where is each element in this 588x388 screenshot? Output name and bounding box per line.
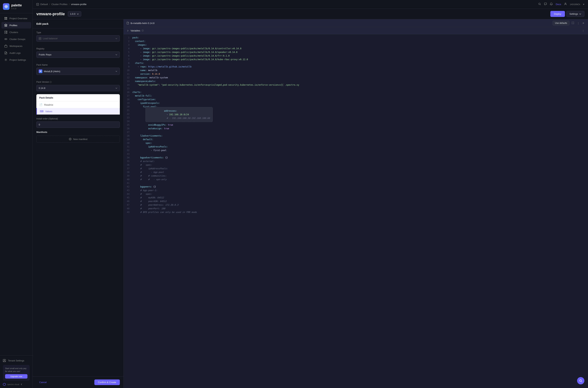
svg-point-8 xyxy=(6,31,7,32)
pack-version-input[interactable]: 0.14.8 xyxy=(36,85,120,91)
info-icon: ⓘ xyxy=(50,81,52,83)
svg-point-13 xyxy=(5,59,6,60)
topbar: Default / Cluster Profiles / vmware-prof… xyxy=(33,0,588,9)
chevron-right-icon[interactable] xyxy=(127,29,129,32)
code-line-45: 45 # myASN: 64512 xyxy=(124,196,588,199)
search-topbar-button[interactable] xyxy=(538,2,541,6)
sidebar-label-clusters: Clusters xyxy=(9,31,18,34)
spectro-cloud-icon xyxy=(3,383,6,386)
registry-value: Public Repo xyxy=(39,53,51,56)
tenant-icon xyxy=(3,359,6,362)
code-line-3: 3 images: xyxy=(124,43,588,47)
version-value: 1.0.0 xyxy=(70,13,75,15)
code-line-17: 17 metallb-full: xyxy=(124,94,588,98)
breadcrumb-cluster-profiles[interactable]: Cluster Profiles xyxy=(51,3,68,6)
topbar-actions: Docs 143/100tCh ▾ xyxy=(538,2,584,6)
settings-icon xyxy=(4,58,7,61)
main-content: Default / Cluster Profiles / vmware-prof… xyxy=(33,0,588,388)
code-variables: Variables ⓘ ⋮ xyxy=(124,27,588,34)
chat-button[interactable] xyxy=(544,2,547,6)
content-area: Edit pack Type Load balancer Registry xyxy=(33,19,588,388)
sidebar-item-tenant-settings[interactable]: Tenant Settings xyxy=(3,358,30,364)
registry-label: Registry xyxy=(36,48,120,50)
sidebar-label-cluster-groups: Cluster Groups xyxy=(9,38,25,41)
plus-circle-icon xyxy=(69,138,72,141)
floating-search-button[interactable] xyxy=(577,377,584,384)
deploy-button[interactable]: Deploy xyxy=(550,11,565,17)
upgrade-button[interactable]: Upgrade now xyxy=(5,374,27,379)
sidebar-label-project-overview: Project Overview xyxy=(9,17,27,20)
settings-button[interactable]: Settings xyxy=(566,11,584,17)
briefcase-icon xyxy=(4,45,7,48)
left-panel: Edit pack Type Load balancer Registry xyxy=(33,19,124,388)
sidebar-item-project-settings[interactable]: Project Settings xyxy=(1,57,31,63)
sidebar-item-cluster-groups[interactable]: Cluster Groups xyxy=(1,36,31,42)
close-button[interactable]: ✕ xyxy=(582,21,585,25)
code-line-27: 27 xyxy=(124,130,588,134)
code-line-6: 6 - image: gcr.io/spectro-images-public/… xyxy=(124,54,588,58)
manifests-label: Manifests xyxy=(36,131,120,133)
collapse-icon[interactable] xyxy=(21,383,23,386)
svg-point-22 xyxy=(580,380,582,382)
expand-button[interactable] xyxy=(571,21,575,25)
tooltip-line-1: addresses: xyxy=(148,109,210,113)
sidebar-label-profiles: Profiles xyxy=(9,24,17,27)
pack-version-label-text: Pack Version xyxy=(36,81,49,83)
user-menu-button[interactable] xyxy=(564,2,567,6)
code-line-12: 12 namespace: metallb-system xyxy=(124,76,588,79)
address-tooltip: addresses: - 192.168.10.0/24 # - 192.168… xyxy=(145,107,213,122)
docs-link[interactable]: Docs xyxy=(556,3,561,6)
registry-section: Registry Public Repo xyxy=(33,45,123,61)
confirm-create-button[interactable]: Confirm & Create xyxy=(94,379,120,385)
svg-rect-12 xyxy=(4,46,7,47)
new-manifest-button[interactable]: New manifest xyxy=(36,136,120,143)
pack-details-section: Pack Details 📄 Readme ⌨ Values xyxy=(36,94,120,115)
code-panel: lb-metallib-helm 0.14.8 Use defaults ⋮ ✕… xyxy=(124,19,588,388)
search-float-icon xyxy=(579,379,582,382)
cancel-button[interactable]: Cancel xyxy=(36,379,49,385)
install-order-label: Install order (Optional) xyxy=(36,118,120,120)
breadcrumb-default[interactable]: Default xyxy=(40,3,48,6)
type-section: Type Load balancer xyxy=(33,28,123,45)
sidebar-item-audit-logs[interactable]: Audit Logs xyxy=(1,50,31,56)
code-line-7: 7 - image: gcr.io/spectro-images-public/… xyxy=(124,58,588,61)
panel-header: Edit pack xyxy=(33,19,123,28)
code-line-47: 47 # peerAddress: 172.30.0.3 xyxy=(124,203,588,207)
type-select[interactable]: Load balancer xyxy=(36,35,120,42)
notification-button[interactable] xyxy=(550,2,553,6)
pack-details-header: Pack Details xyxy=(36,94,120,101)
registry-select[interactable]: Public Repo xyxy=(36,51,120,58)
dropdown-button[interactable]: ▾ xyxy=(583,3,584,6)
sidebar: palette 4.4.19 Project Overview Profiles… xyxy=(0,0,33,388)
variables-label: Variables xyxy=(131,29,140,32)
breadcrumb-current: vmware-profile xyxy=(71,3,87,6)
sidebar-item-clusters[interactable]: Clusters xyxy=(1,29,31,35)
pack-name-select[interactable]: M MetalLB (Helm) xyxy=(36,68,120,75)
values-item[interactable]: ⌨ Values xyxy=(36,108,120,115)
readme-item[interactable]: 📄 Readme xyxy=(36,101,120,108)
pack-version-section: Pack Version ⓘ 0.14.8 xyxy=(33,78,123,94)
chevron-down-icon xyxy=(77,13,79,15)
logo-name: palette xyxy=(11,3,22,7)
sidebar-item-profiles[interactable]: Profiles xyxy=(1,22,31,28)
code-line-8: 8 charts: xyxy=(124,61,588,65)
sidebar-item-project-overview[interactable]: Project Overview xyxy=(1,15,31,22)
more-button[interactable]: ⋮ xyxy=(576,21,580,25)
pack-icon: M xyxy=(39,70,42,73)
use-defaults-button[interactable]: Use defaults xyxy=(553,21,569,25)
bell-icon xyxy=(550,2,553,5)
code-line-28: 28 l2advertisements: xyxy=(124,134,588,138)
code-line-2: 2 content: xyxy=(124,39,588,43)
values-label: Values xyxy=(45,110,52,113)
variables-more-button[interactable]: ⋮ xyxy=(581,28,585,33)
sidebar-item-workspaces[interactable]: Workspaces xyxy=(1,43,31,49)
code-line-18: 18 configuration: xyxy=(124,98,588,101)
version-selector[interactable]: 1.0.0 xyxy=(68,11,81,17)
svg-rect-4 xyxy=(4,19,6,20)
type-chevron-icon xyxy=(115,37,118,40)
code-editor[interactable]: 1 pack: 2 content: 3 images: 4 - image xyxy=(124,34,588,388)
search-icon xyxy=(538,2,541,5)
install-order-input[interactable] xyxy=(36,121,120,128)
default-icon xyxy=(36,3,39,6)
tooltip-line-2: - 192.168.10.0/24 xyxy=(148,113,210,116)
